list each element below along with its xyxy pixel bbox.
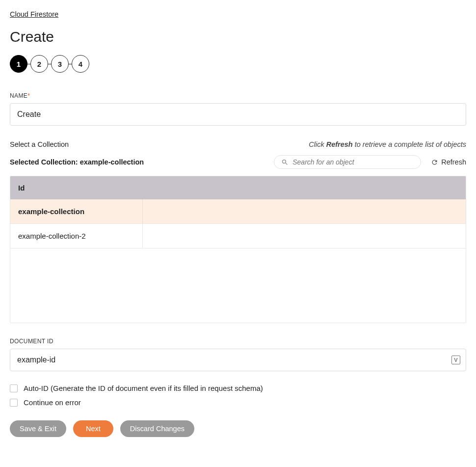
- table-row[interactable]: example-collection-2: [10, 224, 466, 248]
- page-title: Create: [10, 28, 466, 45]
- cell-id: example-collection: [10, 199, 143, 223]
- auto-id-label: Auto-ID (Generate the ID of document eve…: [24, 384, 263, 392]
- save-exit-button[interactable]: Save & Exit: [10, 420, 66, 437]
- search-icon: [281, 159, 289, 166]
- search-box[interactable]: [274, 155, 421, 169]
- select-collection-label: Select a Collection: [10, 140, 69, 148]
- variable-icon[interactable]: V: [451, 356, 460, 364]
- required-asterisk: *: [27, 92, 30, 99]
- collection-table: Id example-collection example-collection…: [10, 176, 466, 323]
- breadcrumb-link[interactable]: Cloud Firestore: [10, 10, 58, 18]
- search-input[interactable]: [292, 158, 414, 166]
- refresh-label: Refresh: [441, 158, 466, 166]
- table-header-id: Id: [10, 176, 466, 199]
- document-id-input[interactable]: [10, 349, 466, 371]
- step-2[interactable]: 2: [30, 55, 48, 73]
- table-row[interactable]: example-collection: [10, 199, 466, 224]
- selected-collection-text: Selected Collection: example-collection: [10, 158, 144, 166]
- next-button[interactable]: Next: [73, 420, 113, 437]
- name-label: NAME*: [10, 92, 466, 99]
- cell-id: example-collection-2: [10, 224, 143, 248]
- auto-id-checkbox[interactable]: [10, 385, 18, 392]
- step-1[interactable]: 1: [10, 55, 27, 73]
- refresh-icon: [431, 159, 438, 166]
- refresh-hint: Click Refresh to retrieve a complete lis…: [309, 140, 466, 148]
- continue-on-error-label: Continue on error: [24, 398, 81, 407]
- stepper: 1 2 3 4: [10, 55, 466, 73]
- step-4[interactable]: 4: [72, 55, 89, 73]
- continue-on-error-checkbox[interactable]: [10, 399, 18, 407]
- name-input[interactable]: [10, 103, 466, 126]
- step-3[interactable]: 3: [51, 55, 69, 73]
- discard-button[interactable]: Discard Changes: [120, 420, 194, 437]
- refresh-button[interactable]: Refresh: [431, 158, 466, 166]
- document-id-label: DOCUMENT ID: [10, 338, 466, 345]
